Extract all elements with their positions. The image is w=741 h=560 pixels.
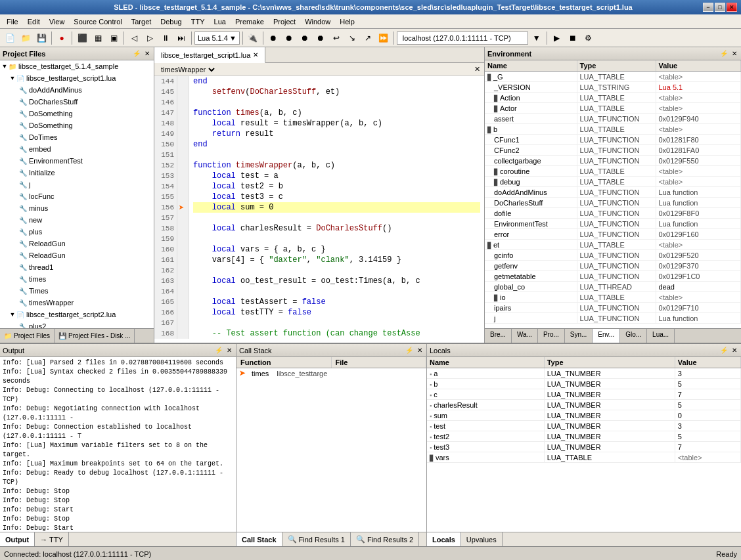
new-file-button[interactable]: 📄 <box>3 31 17 45</box>
env-row-CFunc1[interactable]: CFunc1LUA_TFUNCTION0x01281F80 <box>485 135 741 145</box>
menu-tty[interactable]: TTY <box>187 16 209 27</box>
tree-file-script2[interactable]: ▼ 📄 libsce_testtarget_script2.lua <box>0 309 154 320</box>
panel-tab-disk[interactable]: 💾 Project Files - Disk ... <box>55 329 135 343</box>
lua-version-dropdown[interactable]: Lua 5.1.4 ▼ <box>194 32 240 45</box>
menu-help[interactable]: Help <box>336 16 359 27</box>
env-row-G[interactable]: ▊_GLUA_TTABLE<table> <box>485 72 741 82</box>
tab-findresults1[interactable]: 🔍 Find Results 1 <box>282 532 351 546</box>
tab-callstack[interactable]: Call Stack <box>236 532 282 546</box>
debug-btn3[interactable]: ⏺ <box>282 31 296 45</box>
env-row-global_co[interactable]: global_coLUA_TTHREADdead <box>485 282 741 292</box>
env-row-coroutine[interactable]: ▊coroutineLUA_TTABLE<table> <box>485 166 741 177</box>
locals-row-vars[interactable]: ▊varsLUA_TTABLE<table> <box>427 452 741 463</box>
plugin-btn[interactable]: 🔌 <box>246 31 260 45</box>
env-float-button[interactable]: ⚡ <box>719 50 729 57</box>
maximize-button[interactable]: □ <box>715 3 725 12</box>
float-button[interactable]: ⚡ <box>131 50 142 57</box>
env-row-getmetatable[interactable]: getmetatableLUA_TFUNCTION0x0129F1C0 <box>485 271 741 282</box>
locals-float-btn[interactable]: ⚡ <box>719 347 729 354</box>
env-row-gcinfo[interactable]: gcinfoLUA_TFUNCTION0x0129F520 <box>485 250 741 261</box>
locals-row-test2[interactable]: ▪test2LUA_TNUMBER5 <box>427 431 741 442</box>
env-tab-bre[interactable]: Bre... <box>485 329 512 343</box>
debug-btn4[interactable]: ⏺ <box>298 31 312 45</box>
env-row-io[interactable]: ▊ioLUA_TTABLE<table> <box>485 292 741 303</box>
expand-icon-script1[interactable]: ▼ <box>9 75 16 81</box>
code-content[interactable]: end setfenv(DoCharlesStuff, et) function… <box>189 76 484 339</box>
tree-fn-DoCharlesStuff[interactable]: 🔧DoCharlesStuff <box>0 96 154 108</box>
tree-fn-minus[interactable]: 🔧minus <box>0 202 154 214</box>
locals-row-a[interactable]: ▪aLUA_TNUMBER3 <box>427 368 741 379</box>
debug-btn6[interactable]: ↩ <box>329 31 344 45</box>
env-tab-lua[interactable]: Lua... <box>647 329 675 343</box>
callstack-row-1[interactable]: ➤ times libsce_testtarge <box>236 368 426 378</box>
editor-tab-script1[interactable]: libsce_testtarget_script1.lua ✕ <box>154 47 265 63</box>
env-row-getfenv[interactable]: getfenvLUA_TFUNCTION0x0129F370 <box>485 261 741 271</box>
close-button[interactable]: ✕ <box>727 3 737 12</box>
callstack-close-btn[interactable]: ✕ <box>416 347 424 354</box>
menu-project[interactable]: Project <box>269 16 300 27</box>
debug-btn9[interactable]: ⏩ <box>376 31 391 45</box>
menu-lua[interactable]: Lua <box>210 16 230 27</box>
tab-tty[interactable]: → TTY <box>35 532 69 546</box>
env-row-doAddAndMinus[interactable]: doAddAndMinusLUA_TFUNCTIONLua function <box>485 187 741 198</box>
tree-fn-plus[interactable]: 🔧plus <box>0 226 154 238</box>
tree-fn-doAddAndMinus[interactable]: 🔧doAddAndMinus <box>0 84 154 96</box>
debug-btn8[interactable]: ↗ <box>361 31 375 45</box>
debug-addr-dropdown[interactable]: ▼ <box>529 31 544 45</box>
env-close-button[interactable]: ✕ <box>730 50 738 57</box>
tree-fn-DoTimes[interactable]: 🔧DoTimes <box>0 131 154 143</box>
save-button[interactable]: 💾 <box>34 31 49 45</box>
tab-upvalues[interactable]: Upvalues <box>461 532 503 546</box>
menu-view[interactable]: View <box>45 16 69 27</box>
locals-row-test[interactable]: ▪testLUA_TNUMBER3 <box>427 421 741 431</box>
toolbar-btn6[interactable]: ◁ <box>127 31 141 45</box>
toolbar-btn4[interactable]: ▦ <box>91 31 105 45</box>
locals-row-c[interactable]: ▪cLUA_TNUMBER7 <box>427 389 741 400</box>
tree-fn-plus2[interactable]: 🔧plus2 <box>0 320 154 328</box>
env-row-b[interactable]: ▊bLUA_TTABLE<table> <box>485 124 741 135</box>
env-tab-syn[interactable]: Syn... <box>565 329 593 343</box>
env-row-DoCharlesStuff[interactable]: DoCharlesStuffLUA_TFUNCTIONLua function <box>485 198 741 208</box>
breadcrumb-close[interactable]: ✕ <box>474 65 480 74</box>
output-float-btn[interactable]: ⚡ <box>213 347 224 354</box>
toolbar-btn8[interactable]: ⏸ <box>158 31 173 45</box>
tree-root-project[interactable]: ▼ 📁 libsce_testtarget_5.1.4_sample <box>0 60 154 72</box>
debug-btn5[interactable]: ⏺ <box>313 31 328 45</box>
toolbar-btn3[interactable]: ⬛ <box>75 31 89 45</box>
panel-tab-project-files[interactable]: 📁 Project Files <box>0 329 55 343</box>
expand-icon[interactable]: ▼ <box>1 63 8 70</box>
env-row-dofile[interactable]: dofileLUA_TFUNCTION0x0129F8F0 <box>485 208 741 219</box>
disconnect-btn[interactable]: ⏹ <box>566 31 580 45</box>
menu-debug[interactable]: Debug <box>156 16 185 27</box>
connect-btn[interactable]: ▶ <box>550 31 564 45</box>
tree-fn-embed[interactable]: 🔧embed <box>0 143 154 155</box>
env-row-ipairs[interactable]: ipairsLUA_TFUNCTION0x0129F710 <box>485 303 741 313</box>
tree-fn-new[interactable]: 🔧new <box>0 214 154 226</box>
menu-edit[interactable]: Edit <box>24 16 44 27</box>
tab-locals[interactable]: Locals <box>427 532 461 546</box>
tree-fn-Times[interactable]: 🔧Times <box>0 285 154 297</box>
menu-file[interactable]: File <box>3 16 22 27</box>
tab-findresults2[interactable]: 🔍 Find Results 2 <box>351 532 419 546</box>
env-row-debug[interactable]: ▊debugLUA_TTABLE<table> <box>485 177 741 187</box>
tree-fn-ReloadGun2[interactable]: 🔧ReloadGun <box>0 249 154 261</box>
env-tab-glo[interactable]: Glo... <box>620 329 647 343</box>
locals-close-btn[interactable]: ✕ <box>730 347 738 354</box>
tab-output[interactable]: Output <box>0 532 35 546</box>
env-row-Actor[interactable]: ▊ActorLUA_TTABLE<table> <box>485 103 741 114</box>
env-row-Action[interactable]: ▊ActionLUA_TTABLE<table> <box>485 93 741 103</box>
callstack-float-btn[interactable]: ⚡ <box>404 347 415 354</box>
tree-file-script1[interactable]: ▼ 📄 libsce_testtarget_script1.lua <box>0 72 154 84</box>
env-row-VERSION[interactable]: _VERSIONLUA_TSTRINGLua 5.1 <box>485 82 741 93</box>
env-row-et[interactable]: ▊etLUA_TTABLE<table> <box>485 240 741 250</box>
code-editor[interactable]: 144 145 146 147 148 149 150 151 152 153 … <box>154 76 484 343</box>
env-row-j[interactable]: jLUA_TFUNCTIONLua function <box>485 313 741 324</box>
toolbar-btn9[interactable]: ⏭ <box>174 31 189 45</box>
stop-debug-button[interactable]: ● <box>55 31 69 45</box>
tree-fn-j[interactable]: 🔧j <box>0 179 154 190</box>
tree-fn-DoSomething1[interactable]: 🔧DoSomething <box>0 108 154 119</box>
expand-icon-script2[interactable]: ▼ <box>9 311 16 318</box>
tree-fn-DoSomething2[interactable]: 🔧DoSomething <box>0 119 154 131</box>
tree-fn-EnvironmentTest[interactable]: 🔧EnvironmentTest <box>0 155 154 167</box>
toolbar-btn5[interactable]: ▣ <box>106 31 121 45</box>
